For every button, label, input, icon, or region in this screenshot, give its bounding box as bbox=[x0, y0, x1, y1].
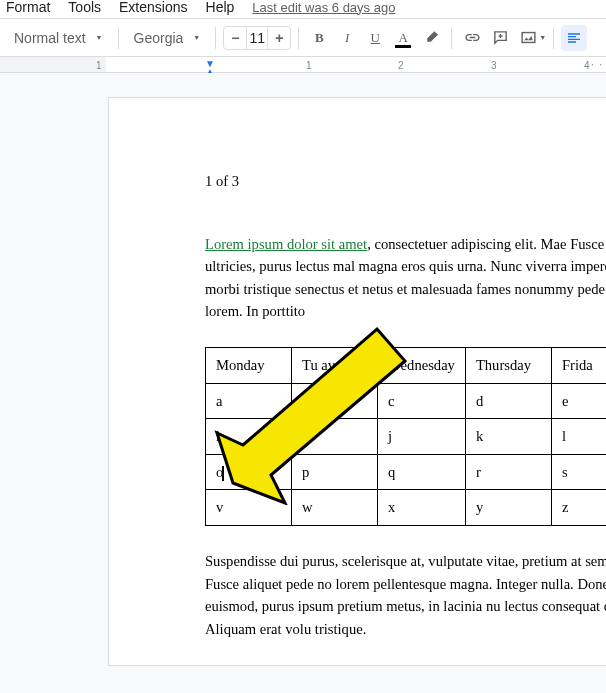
table-cell[interactable]: j bbox=[378, 419, 466, 455]
ruler-margin bbox=[0, 57, 106, 72]
insert-link-button[interactable] bbox=[459, 25, 485, 51]
insert-image-button[interactable] bbox=[515, 25, 541, 51]
align-left-icon bbox=[566, 30, 582, 46]
image-icon bbox=[520, 29, 537, 46]
table-row: o ▼ p q r s bbox=[206, 454, 607, 490]
table-cell-active[interactable]: o ▼ bbox=[206, 454, 292, 490]
separator bbox=[451, 27, 452, 49]
table-cell[interactable]: b bbox=[292, 383, 378, 419]
table-row: v w x y z bbox=[206, 490, 607, 526]
text-color-swatch bbox=[395, 45, 411, 48]
table-header-cell[interactable]: Monday bbox=[206, 348, 292, 384]
decrease-font-button[interactable]: − bbox=[224, 27, 246, 49]
link-icon bbox=[464, 29, 481, 46]
chevron-down-icon: ▼ bbox=[96, 34, 103, 41]
table-cell[interactable]: s bbox=[551, 454, 606, 490]
font-size-control: − 11 + bbox=[223, 26, 291, 50]
table-cell[interactable]: x bbox=[378, 490, 466, 526]
table-cell[interactable]: w bbox=[292, 490, 378, 526]
font-size-value[interactable]: 11 bbox=[246, 27, 268, 49]
paragraph: Lorem ipsum dolor sit amet, consectetuer… bbox=[205, 233, 606, 323]
hyperlink[interactable]: Lorem ipsum dolor sit amet bbox=[205, 236, 367, 252]
paragraph-style-dropdown[interactable]: Normal text ▼ bbox=[6, 26, 111, 50]
text-cursor bbox=[222, 466, 224, 481]
page: 1 of 3 Lorem ipsum dolor sit amet, conse… bbox=[108, 97, 606, 666]
table-header-cell[interactable]: Tu ay bbox=[292, 348, 378, 384]
font-label: Georgia bbox=[134, 30, 184, 46]
ruler-mark: 1 bbox=[306, 60, 312, 71]
table-cell[interactable]: v bbox=[206, 490, 292, 526]
menu-extensions[interactable]: Extensions bbox=[113, 0, 193, 17]
underline-button[interactable]: U bbox=[362, 25, 388, 51]
table-header-cell[interactable]: Frida bbox=[551, 348, 606, 384]
paragraph: Suspendisse dui purus, scelerisque at, v… bbox=[205, 550, 606, 640]
edit-status[interactable]: Last edit was 6 days ago bbox=[246, 0, 395, 15]
separator bbox=[298, 27, 299, 49]
table-cell[interactable]: r bbox=[465, 454, 551, 490]
separator bbox=[553, 27, 554, 49]
table-cell[interactable]: q bbox=[378, 454, 466, 490]
separator bbox=[118, 27, 119, 49]
paragraph-style-label: Normal text bbox=[14, 30, 86, 46]
ruler-mark: 4 bbox=[584, 60, 590, 71]
table-cell[interactable]: a bbox=[206, 383, 292, 419]
chevron-down-icon: ▼ bbox=[193, 34, 200, 41]
table-cell[interactable]: l bbox=[551, 419, 606, 455]
highlight-button[interactable] bbox=[418, 25, 444, 51]
toolbar: Normal text ▼ Georgia ▼ − 11 + B I U A ▼ bbox=[0, 18, 606, 57]
font-dropdown[interactable]: Georgia ▼ bbox=[126, 26, 209, 50]
menu-help[interactable]: Help bbox=[200, 0, 241, 17]
ruler-mark: 2 bbox=[398, 60, 404, 71]
page-content[interactable]: 1 of 3 Lorem ipsum dolor sit amet, conse… bbox=[205, 170, 606, 641]
align-left-button[interactable] bbox=[561, 25, 587, 51]
ruler-tick: · · bbox=[591, 59, 602, 70]
table-row: a b c d e bbox=[206, 383, 607, 419]
table-cell[interactable]: e bbox=[551, 383, 606, 419]
table-row: Monday Tu ay Wednesday Thursday Frida bbox=[206, 348, 607, 384]
table-cell[interactable]: p bbox=[292, 454, 378, 490]
ruler-mark: 3 bbox=[491, 60, 497, 71]
menu-format[interactable]: Format bbox=[0, 0, 56, 17]
row-handle-icon[interactable]: ▼ bbox=[278, 449, 289, 460]
chevron-down-icon: ▼ bbox=[539, 34, 546, 41]
menu-tools[interactable]: Tools bbox=[62, 0, 107, 17]
table-cell[interactable]: y bbox=[465, 490, 551, 526]
insert-comment-button[interactable] bbox=[487, 25, 513, 51]
document-canvas[interactable]: 1 of 3 Lorem ipsum dolor sit amet, conse… bbox=[0, 73, 606, 693]
svg-rect-0 bbox=[522, 33, 535, 43]
comment-icon bbox=[492, 29, 509, 46]
highlight-icon bbox=[423, 29, 440, 46]
table-cell[interactable]: k bbox=[465, 419, 551, 455]
ruler[interactable]: 1 1 2 3 4 ▼ ▲ · · bbox=[0, 57, 606, 73]
text-color-label: A bbox=[399, 30, 408, 46]
table-cell[interactable]: i bbox=[292, 419, 378, 455]
table-row: h i j k l bbox=[206, 419, 607, 455]
table-header-cell[interactable]: Wednesday bbox=[378, 348, 466, 384]
increase-font-button[interactable]: + bbox=[268, 27, 290, 49]
separator bbox=[215, 27, 216, 49]
bold-button[interactable]: B bbox=[306, 25, 332, 51]
document-table[interactable]: Monday Tu ay Wednesday Thursday Frida a … bbox=[205, 347, 606, 526]
table-header-cell[interactable]: Thursday bbox=[465, 348, 551, 384]
ruler-mark: 1 bbox=[96, 60, 102, 71]
table-cell[interactable]: d bbox=[465, 383, 551, 419]
table-cell[interactable]: z bbox=[551, 490, 606, 526]
text-color-button[interactable]: A bbox=[390, 25, 416, 51]
italic-button[interactable]: I bbox=[334, 25, 360, 51]
page-number: 1 of 3 bbox=[205, 170, 606, 193]
table-cell[interactable]: c bbox=[378, 383, 466, 419]
